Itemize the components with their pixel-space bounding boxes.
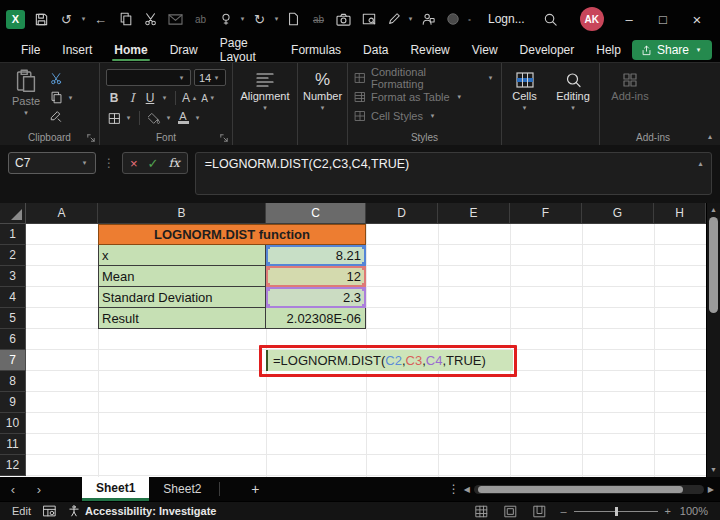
cell-b4[interactable]: Standard Deviation <box>98 287 266 308</box>
cell-b3[interactable]: Mean <box>98 266 266 287</box>
new-file-icon[interactable] <box>281 6 306 32</box>
horizontal-scroll-track[interactable] <box>474 485 704 494</box>
zoom-level[interactable]: 100% <box>678 505 708 517</box>
cut-icon[interactable] <box>138 6 163 32</box>
person-lock-icon[interactable] <box>415 6 440 32</box>
column-header-c[interactable]: C <box>266 203 366 224</box>
undo-chevron-icon[interactable]: ▾ <box>79 15 88 23</box>
next-sheet-icon[interactable]: › <box>26 482 52 497</box>
formula-bar-handle[interactable]: ⋮ <box>103 152 115 174</box>
tab-formulas[interactable]: Formulas <box>280 38 352 62</box>
editing-button[interactable]: Editing ▾ <box>553 69 593 112</box>
redo-chevron-icon[interactable]: ▾ <box>272 15 281 23</box>
bold-button[interactable]: B <box>106 90 122 106</box>
scroll-left-icon[interactable]: ◀ <box>464 485 470 494</box>
zoom-out-button[interactable]: – <box>560 505 566 517</box>
scroll-right-icon[interactable]: ▶ <box>708 485 714 494</box>
row-header-9[interactable]: 9 <box>0 392 26 413</box>
zoom-slider-thumb[interactable] <box>615 507 618 516</box>
tab-data[interactable]: Data <box>352 38 399 62</box>
cell-b5[interactable]: Result <box>98 308 266 329</box>
column-header-a[interactable]: A <box>26 203 98 224</box>
clipboard-dialog-launcher-icon[interactable] <box>87 134 95 142</box>
redo-button[interactable]: ↻ <box>247 6 272 32</box>
cell-b1-title[interactable]: LOGNORM.DIST function <box>98 224 366 245</box>
row-header-10[interactable]: 10 <box>0 413 26 434</box>
column-header-b[interactable]: B <box>98 203 266 224</box>
name-box[interactable]: C7 ▾ <box>8 152 96 174</box>
insert-function-icon[interactable]: fx <box>169 156 180 170</box>
copy-icon[interactable] <box>113 6 138 32</box>
touch-mode-chevron-icon[interactable]: ▾ <box>238 15 247 23</box>
number-button[interactable]: % Number ▾ <box>304 69 341 112</box>
underline-chevron-icon[interactable]: ▾ <box>160 94 169 102</box>
column-header-e[interactable]: E <box>438 203 510 224</box>
cell-c3[interactable]: 12 <box>266 266 366 287</box>
tab-page-layout[interactable]: Page Layout <box>209 38 280 62</box>
copy-chevron-icon[interactable]: ▾ <box>66 94 75 102</box>
scroll-up-icon[interactable]: ▲ <box>710 203 717 215</box>
horizontal-scroll-thumb[interactable] <box>478 486 683 493</box>
share-button[interactable]: Share ▾ <box>632 40 712 60</box>
zoom-in-button[interactable]: + <box>665 505 671 517</box>
tab-developer[interactable]: Developer <box>509 38 586 62</box>
row-header-7[interactable]: 7 <box>0 350 26 371</box>
paste-button[interactable]: Paste ▾ <box>6 69 46 130</box>
sheet-options-icon[interactable]: ⋮ <box>444 482 464 496</box>
cells-button[interactable]: Cells ▾ <box>508 69 541 112</box>
column-header-d[interactable]: D <box>366 203 438 224</box>
fill-color-chevron-icon[interactable]: ▾ <box>164 114 173 122</box>
previous-sheet-icon[interactable]: ‹ <box>0 482 26 497</box>
document-preview-icon[interactable] <box>356 6 381 32</box>
paste-chevron-icon[interactable]: ▾ <box>22 109 31 117</box>
tab-home[interactable]: Home <box>103 38 158 62</box>
borders-chevron-icon[interactable]: ▾ <box>124 114 133 122</box>
alignment-button[interactable]: Alignment ▾ <box>239 69 291 112</box>
back-icon[interactable]: ← <box>88 6 113 32</box>
conditional-formatting-button[interactable]: Conditional Formatting ▾ <box>354 68 495 87</box>
column-header-g[interactable]: G <box>582 203 654 224</box>
row-header-8[interactable]: 8 <box>0 371 26 392</box>
fill-color-button[interactable] <box>146 110 162 126</box>
page-layout-view-icon[interactable] <box>504 505 517 518</box>
copy-button[interactable]: ▾ <box>50 90 75 105</box>
accessibility-status[interactable]: Accessibility: Investigate <box>68 505 216 517</box>
maximize-button[interactable]: □ <box>646 4 680 34</box>
zoom-slider[interactable] <box>574 511 658 512</box>
collapse-ribbon-icon[interactable]: ▴ <box>708 132 712 141</box>
touch-mode-icon[interactable] <box>213 6 238 32</box>
format-as-table-button[interactable]: Format as Table ▾ <box>354 87 495 106</box>
tab-review[interactable]: Review <box>399 38 460 62</box>
close-button[interactable]: × <box>680 4 714 34</box>
row-header-3[interactable]: 3 <box>0 266 26 287</box>
vertical-scrollbar[interactable]: ▲ ▼ <box>706 203 720 477</box>
find-replace-icon[interactable]: ab <box>188 6 213 32</box>
minimize-button[interactable]: – <box>612 4 646 34</box>
camera-icon[interactable] <box>331 6 356 32</box>
tab-view[interactable]: View <box>461 38 509 62</box>
cell-b2[interactable]: x <box>98 245 266 266</box>
page-break-preview-icon[interactable] <box>533 505 546 518</box>
cancel-icon[interactable]: × <box>130 156 138 171</box>
shrink-font-button[interactable]: A▾ <box>201 90 217 106</box>
cell-c2[interactable]: 8.21 <box>266 245 366 266</box>
font-color-chevron-icon[interactable]: ▾ <box>193 114 202 122</box>
cell-c5[interactable]: 2.02308E-06 <box>266 308 366 329</box>
scroll-down-icon[interactable]: ▼ <box>710 463 717 475</box>
cell-styles-button[interactable]: Cell Styles ▾ <box>354 106 495 125</box>
format-painter-button[interactable] <box>50 109 75 124</box>
column-header-f[interactable]: F <box>510 203 582 224</box>
row-header-2[interactable]: 2 <box>0 245 26 266</box>
vertical-scroll-thumb[interactable] <box>709 217 718 313</box>
search-icon[interactable] <box>543 12 558 27</box>
draw-pen-icon[interactable] <box>381 6 406 32</box>
cell-c4[interactable]: 2.3 <box>266 287 366 308</box>
font-name-combo[interactable]: ▾ <box>106 69 191 86</box>
tab-insert[interactable]: Insert <box>51 38 103 62</box>
tab-draw[interactable]: Draw <box>159 38 209 62</box>
column-header-h[interactable]: H <box>654 203 706 224</box>
row-header-5[interactable]: 5 <box>0 308 26 329</box>
new-sheet-button[interactable]: + <box>240 481 270 497</box>
horizontal-scrollbar[interactable]: ◀ ▶ <box>464 485 714 494</box>
account-avatar[interactable]: AK <box>580 7 604 31</box>
